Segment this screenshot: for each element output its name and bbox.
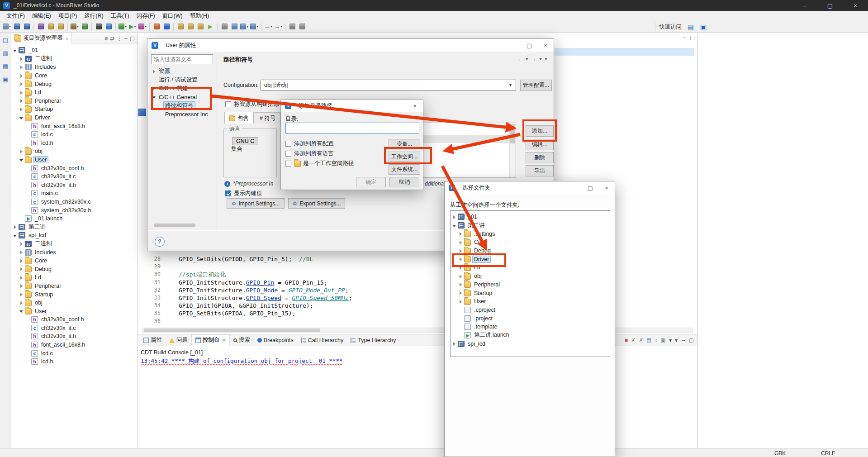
console-tab-Breakpoints[interactable]: Breakpoints xyxy=(254,334,297,346)
restore-view-1-button[interactable]: ▤ xyxy=(1,35,10,44)
remove-all-launches-icon[interactable]: ✗ xyxy=(639,337,643,343)
language-item-gnu-c[interactable]: GNU C xyxy=(232,137,258,145)
forward-icon[interactable]: → xyxy=(531,56,536,62)
toolbar-save-all-button[interactable] xyxy=(22,22,31,31)
toolbar-profile-button[interactable]: ▾ xyxy=(138,22,147,31)
explorer-item-Debug[interactable]: Debug xyxy=(11,265,138,273)
dropdown-arrow-icon[interactable]: ▾ xyxy=(134,24,136,29)
explorer-item-Includes[interactable]: Includes xyxy=(11,63,138,71)
select-folder-item-User[interactable]: User xyxy=(451,297,610,306)
collapsed-arrow-icon[interactable] xyxy=(151,68,157,74)
menu-帮助(H)[interactable]: 帮助(H) xyxy=(186,11,213,21)
add-to-all-languages-checkbox[interactable]: 添加到所有语言 xyxy=(285,150,334,157)
workspace-button[interactable]: 工作空间... xyxy=(389,152,420,162)
collapsed-arrow-icon[interactable] xyxy=(12,224,18,230)
explorer-item-Core[interactable]: Core xyxy=(11,257,138,265)
nav-horizontal-scrollbar[interactable] xyxy=(154,224,195,227)
collapsed-arrow-icon[interactable] xyxy=(458,273,464,279)
explorer-item-system_ch32v30x.c[interactable]: system_ch32v30x.c xyxy=(11,198,138,206)
menu-运行(R)[interactable]: 运行(R) xyxy=(81,11,107,21)
cancel-button[interactable]: 取消 xyxy=(389,177,419,187)
explorer-item-main.c[interactable]: main.c xyxy=(11,189,138,198)
close-button[interactable]: × xyxy=(598,181,615,194)
forward-menu-icon[interactable]: ▾ xyxy=(539,56,542,62)
collapsed-arrow-icon[interactable] xyxy=(458,256,464,262)
collapsed-arrow-icon[interactable] xyxy=(458,248,464,254)
minimized-view-icon[interactable] xyxy=(138,109,146,116)
toolbar-flash-download-button[interactable] xyxy=(152,22,161,31)
collapsed-arrow-icon[interactable] xyxy=(451,214,457,220)
maximize-button[interactable]: ▢ xyxy=(582,181,598,194)
expanded-arrow-icon[interactable] xyxy=(19,115,24,121)
explorer-item-spi_lcd[interactable]: spi_lcd xyxy=(11,231,138,240)
select-folder-item-Startup[interactable]: Startup xyxy=(451,289,610,297)
explorer-item-二进制[interactable]: 二进制 xyxy=(11,240,138,248)
select-folder-item-Peripheral[interactable]: Peripheral xyxy=(451,281,610,289)
show-builtin-checkbox[interactable]: 显示内建值 xyxy=(225,190,262,197)
explorer-item-ch32v30x_conf.h[interactable]: ch32v30x_conf.h xyxy=(11,164,138,172)
expanded-arrow-icon[interactable] xyxy=(451,223,457,228)
console-tab-属性[interactable]: 属性 xyxy=(140,334,166,346)
pin-console-icon[interactable]: ▣ xyxy=(661,337,666,343)
expanded-arrow-icon[interactable] xyxy=(19,308,24,314)
select-folder-item-_01[interactable]: _01 xyxy=(451,213,610,221)
tab-project-explorer[interactable]: 项目资源管理器 × xyxy=(11,33,72,44)
explorer-item-ch32v30x_conf.h[interactable]: ch32v30x_conf.h xyxy=(11,315,138,324)
checkbox-checked-icon[interactable] xyxy=(225,190,231,196)
filesystem-button[interactable]: 文件系统... xyxy=(389,164,420,175)
variables-button[interactable]: 变量... xyxy=(389,139,420,149)
toolbar-import-folder-button[interactable] xyxy=(46,22,55,31)
dropdown-arrow-icon[interactable]: ▾ xyxy=(9,24,11,29)
explorer-item-lcd.c[interactable]: lcd.c xyxy=(11,349,138,357)
collapsed-arrow-icon[interactable] xyxy=(458,265,464,271)
dropdown-arrow-icon[interactable]: ▾ xyxy=(256,24,258,29)
select-folder-item-.template[interactable]: .template xyxy=(451,323,610,331)
dropdown-arrow-icon[interactable]: ▾ xyxy=(280,24,282,29)
toolbar-step-return-button[interactable] xyxy=(196,22,205,31)
toolbar-back-button[interactable]: ←▾ xyxy=(264,22,273,31)
explorer-item-obj[interactable]: obj xyxy=(11,299,138,307)
explorer-item-lcd.h[interactable]: lcd.h xyxy=(11,139,138,148)
select-folder-item-Core[interactable]: Core xyxy=(451,238,610,247)
explorer-item-lcd.h[interactable]: lcd.h xyxy=(11,357,138,366)
collapsed-arrow-icon[interactable] xyxy=(19,258,24,264)
explorer-item-obj[interactable]: obj xyxy=(11,147,138,156)
collapsed-arrow-icon[interactable] xyxy=(19,291,24,297)
properties-nav-item-Preprocessor Inc[interactable]: Preprocessor Inc xyxy=(150,110,215,119)
explorer-item-ch32v30x_it.c[interactable]: ch32v30x_it.c xyxy=(11,324,138,333)
dropdown-arrow-icon[interactable]: ▾ xyxy=(125,24,127,29)
close-tab-icon[interactable]: × xyxy=(66,36,68,41)
explorer-item-_01.launch[interactable]: _01.launch xyxy=(11,214,138,223)
minimize-icon[interactable]: – xyxy=(683,34,686,41)
select-folder-item-spi_lcd[interactable]: spi_lcd xyxy=(451,339,610,348)
toolbar-flash-erase-button[interactable] xyxy=(162,22,171,31)
collapsed-arrow-icon[interactable] xyxy=(451,341,457,347)
collapsed-arrow-icon[interactable] xyxy=(458,281,464,287)
explorer-item-Startup[interactable]: Startup xyxy=(11,105,138,114)
toolbar-run-button[interactable]: ▶▾ xyxy=(128,22,137,31)
view-menu-icon[interactable]: ⋮ xyxy=(117,35,122,42)
menu-编辑(E)[interactable]: 编辑(E) xyxy=(28,11,55,21)
tab-symbols[interactable]: # 符号 xyxy=(255,112,280,124)
manage-configurations-button[interactable]: 管理配置... xyxy=(520,80,552,91)
export-button[interactable]: 导出 xyxy=(526,165,554,176)
add-to-all-configurations-checkbox[interactable]: 添加到所有配置 xyxy=(285,140,334,148)
explorer-item-font_ascii_16x8.h[interactable]: font_ascii_16x8.h xyxy=(11,341,138,349)
console-tab-搜索[interactable]: 搜索 xyxy=(230,334,254,346)
collapsed-arrow-icon[interactable] xyxy=(19,241,24,247)
filter-input[interactable] xyxy=(151,54,213,64)
toolbar-new-wizard-button[interactable]: ▾ xyxy=(2,22,11,31)
dropdown-arrow-icon[interactable]: ▾ xyxy=(145,24,147,29)
minimize-icon[interactable]: – xyxy=(124,35,128,42)
properties-nav-item-运行 / 调试设置[interactable]: 运行 / 调试设置 xyxy=(150,76,215,84)
close-tab-icon[interactable]: × xyxy=(223,337,226,343)
explorer-item-User[interactable]: User xyxy=(11,156,138,164)
select-folder-item-.settings[interactable]: .settings xyxy=(451,229,610,238)
checkbox-icon[interactable] xyxy=(285,151,291,157)
restore-view-3-button[interactable]: ▦ xyxy=(1,62,10,71)
collapsed-arrow-icon[interactable] xyxy=(19,56,24,62)
close-button[interactable]: × xyxy=(843,0,868,11)
exclude-from-build-checkbox[interactable]: 将资源从构建排除 xyxy=(225,100,279,108)
collapsed-arrow-icon[interactable] xyxy=(458,299,464,305)
explorer-item-User[interactable]: User xyxy=(11,307,138,315)
